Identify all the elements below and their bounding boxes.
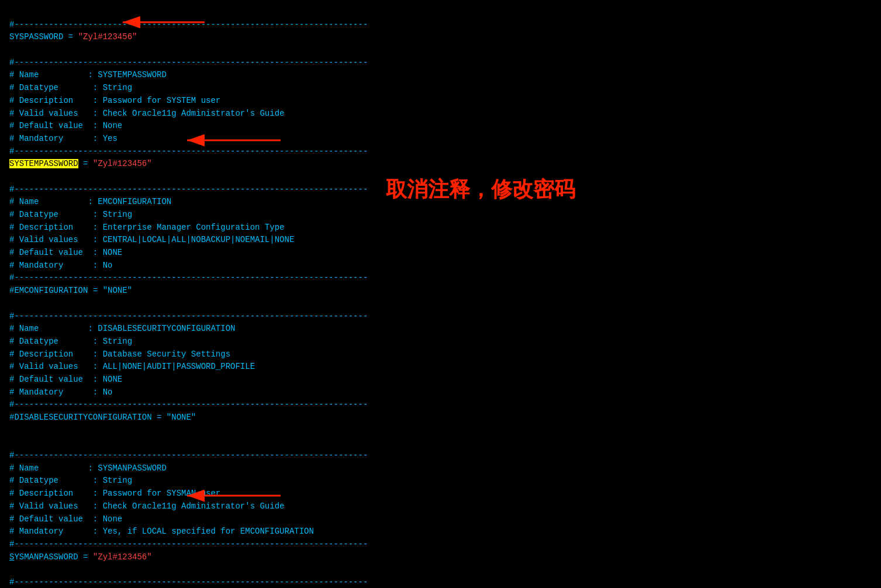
code-line: #---------------------------------------… — [9, 576, 872, 588]
code-line: # Datatype : String — [9, 209, 872, 222]
code-line: #---------------------------------------… — [9, 449, 872, 462]
code-line: # Datatype : String — [9, 475, 872, 487]
code-line — [9, 298, 872, 310]
code-line — [9, 44, 872, 57]
code-line: #---------------------------------------… — [9, 399, 872, 411]
code-line — [9, 424, 872, 437]
code-line: # Datatype : String — [9, 82, 872, 95]
code-line: #EMCONFIGURATION = "NONE" — [9, 285, 872, 298]
code-line: #---------------------------------------… — [9, 310, 872, 323]
code-editor: #---------------------------------------… — [0, 0, 881, 588]
code-line: # Valid values : ALL|NONE|AUDIT|PASSWORD… — [9, 361, 872, 373]
code-line: # Valid values : Check Oracle11g Adminis… — [9, 108, 872, 120]
code-line: #---------------------------------------… — [9, 184, 872, 196]
code-line: # Mandatory : Yes, if LOCAL specified fo… — [9, 525, 872, 538]
code-line: # Name : SYSMANPASSWORD — [9, 462, 872, 475]
code-line: # Valid values : Check Oracle11g Adminis… — [9, 500, 872, 513]
code-line — [9, 171, 872, 184]
code-line: # Datatype : String — [9, 335, 872, 348]
code-line: # Default value : NONE — [9, 247, 872, 260]
code-line: #DISABLESECURITYCONFIGURATION = "NONE" — [9, 411, 872, 424]
code-line: #---------------------------------------… — [9, 19, 872, 32]
code-line: # Default value : None — [9, 513, 872, 526]
code-line: SYSMANPASSWORD = "Zyl#123456" — [9, 551, 872, 564]
code-line: # Name : SYSTEMPASSWORD — [9, 69, 872, 82]
code-line: SYSPASSWORD = "Zyl#123456" — [9, 31, 872, 44]
code-line: # Description : Enterprise Manager Confi… — [9, 222, 872, 234]
code-line: #---------------------------------------… — [9, 272, 872, 285]
code-line: # Valid values : CENTRAL|LOCAL|ALL|NOBAC… — [9, 234, 872, 247]
code-line: # Name : EMCONFIGURATION — [9, 196, 872, 209]
code-line — [9, 563, 872, 576]
code-line: # Mandatory : Yes — [9, 133, 872, 146]
code-line: #---------------------------------------… — [9, 146, 872, 158]
code-line: # Name : DISABLESECURITYCONFIGURATION — [9, 323, 872, 335]
code-line: # Mandatory : No — [9, 260, 872, 272]
code-line: # Default value : None — [9, 120, 872, 133]
code-line: SYSTEMPASSWORD = "Zyl#123456" — [9, 158, 872, 171]
code-line: # Description : Database Security Settin… — [9, 348, 872, 361]
code-line: # Description : Password for SYSMAN user — [9, 487, 872, 500]
code-line: #---------------------------------------… — [9, 538, 872, 551]
code-line: # Default value : NONE — [9, 373, 872, 386]
code-line: #---------------------------------------… — [9, 57, 872, 70]
code-line: # Mandatory : No — [9, 386, 872, 399]
code-line — [9, 437, 872, 449]
code-line: # Description : Password for SYSTEM user — [9, 95, 872, 108]
